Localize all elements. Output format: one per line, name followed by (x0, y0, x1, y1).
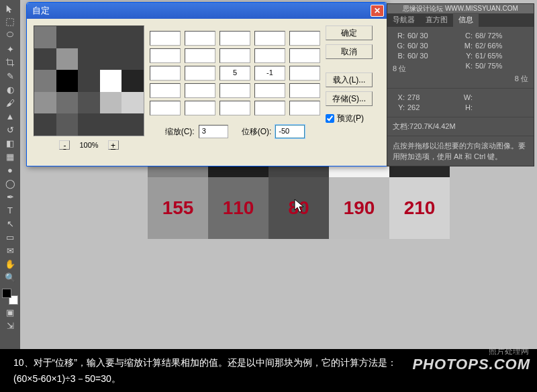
matrix-cell-8[interactable] (254, 48, 285, 63)
dodge-tool[interactable]: ◯ (3, 177, 17, 189)
info-x: 278 (407, 93, 460, 103)
svg-point-1 (7, 32, 13, 37)
eyedropper-tool[interactable]: ✎ (3, 70, 17, 82)
info-m: 62/ 66% (475, 41, 528, 51)
gradient-tool[interactable]: ▦ (3, 150, 17, 162)
eraser-tool[interactable]: ◧ (3, 137, 17, 149)
matrix-cell-15[interactable] (150, 83, 181, 98)
color-swatches[interactable] (2, 289, 18, 305)
grid-cell: 190 (329, 177, 389, 239)
panel-header: 思缘设计论坛 WWW.MISSYUAN.COM (387, 4, 534, 13)
zoom-level: 100% (79, 141, 98, 149)
matrix-cell-12[interactable]: 5 (219, 66, 250, 81)
matrix-cell-20[interactable] (150, 101, 181, 115)
info-g: 60/ 30 (407, 41, 460, 51)
dialog-title: 自定 (30, 5, 371, 17)
heal-tool[interactable]: ◐ (3, 83, 17, 95)
tab-navigator[interactable]: 导航器 (387, 13, 420, 27)
grid-cell: 110 (208, 177, 268, 239)
notes-tool[interactable]: ✉ (3, 244, 17, 256)
cancel-button[interactable]: 取消 (326, 44, 373, 59)
move-tool[interactable] (3, 3, 17, 15)
dialog-titlebar[interactable]: 自定 ✕ (27, 3, 387, 19)
preview-checkbox[interactable]: 预览(P) (326, 113, 373, 124)
info-b: 60/ 30 (407, 51, 460, 61)
grid-cell: 155 (148, 177, 208, 239)
save-button[interactable]: 存储(S)... (326, 91, 373, 106)
type-tool[interactable]: T (3, 204, 17, 216)
screenmode-toggle[interactable]: ⇲ (3, 320, 17, 332)
matrix-cell-9[interactable] (289, 48, 320, 63)
info-bit2: 8 位 (515, 74, 528, 84)
blur-tool[interactable]: ● (3, 164, 17, 176)
info-y2: 262 (407, 103, 460, 113)
info-help: 点按并拖移以沿想要的方向滚动图像。要用附加选项，使用 Alt 和 Ctrl 键。 (387, 136, 534, 166)
matrix-cell-5[interactable] (150, 48, 181, 63)
info-doc: 文档:720.7K/4.42M (387, 117, 534, 136)
info-bit1: 8 位 (393, 64, 406, 74)
crop-tool[interactable] (3, 56, 17, 68)
matrix-cell-3[interactable] (254, 31, 285, 46)
matrix-cell-7[interactable] (219, 48, 250, 63)
tools-toolbar: ✦ ✎ ◐ 🖌 ▲ ↺ ◧ ▦ ● ◯ ✒ T ↖ ▭ ✉ ✋ 🔍 ▣ ⇲ (0, 0, 20, 349)
zoom-tool[interactable]: 🔍 (3, 271, 17, 283)
info-w (475, 93, 528, 103)
matrix-cell-18[interactable] (254, 83, 285, 98)
convolution-matrix: 5-1 (150, 31, 320, 115)
filter-preview[interactable] (34, 26, 144, 136)
stamp-tool[interactable]: ▲ (3, 110, 17, 122)
grid-cell: 210 (389, 177, 450, 239)
grid-cell: 80 (268, 177, 329, 239)
matrix-cell-23[interactable] (254, 101, 285, 115)
matrix-cell-17[interactable] (219, 83, 250, 98)
matrix-cell-19[interactable] (289, 83, 320, 98)
offset-label: 位移(O): (242, 126, 272, 138)
matrix-cell-1[interactable] (185, 31, 215, 46)
matrix-cell-6[interactable] (185, 48, 215, 63)
pen-tool[interactable]: ✒ (3, 191, 17, 203)
custom-filter-dialog: 自定 ✕ - 100% + 5-1 缩放(C): 3 位移(O): -50 确定… (26, 2, 387, 166)
close-icon[interactable]: ✕ (371, 5, 384, 17)
shape-tool[interactable]: ▭ (3, 231, 17, 243)
wand-tool[interactable]: ✦ (3, 43, 17, 55)
matrix-cell-10[interactable] (150, 66, 181, 81)
tab-info[interactable]: 信息 (453, 13, 479, 27)
scale-input[interactable]: 3 (199, 125, 228, 138)
matrix-cell-2[interactable] (219, 31, 250, 46)
info-r: 60/ 30 (407, 31, 460, 41)
ok-button[interactable]: 确定 (326, 26, 373, 40)
info-k: 50/ 75% (475, 61, 528, 71)
hand-tool[interactable]: ✋ (3, 258, 17, 270)
matrix-cell-13[interactable]: -1 (254, 66, 285, 81)
brush-tool[interactable]: 🖌 (3, 97, 17, 109)
matrix-cell-24[interactable] (289, 101, 320, 115)
info-h (475, 103, 528, 113)
zoom-in-button[interactable]: + (108, 140, 119, 150)
load-button[interactable]: 载入(L)... (326, 72, 373, 87)
path-tool[interactable]: ↖ (3, 217, 17, 230)
matrix-cell-14[interactable] (289, 66, 320, 81)
matrix-cell-4[interactable] (289, 31, 320, 46)
scale-label: 缩放(C): (165, 126, 195, 138)
matrix-cell-22[interactable] (219, 101, 250, 115)
zoom-out-button[interactable]: - (59, 140, 70, 150)
watermark: PHOTOPS.COM (412, 356, 530, 373)
matrix-cell-0[interactable] (150, 31, 181, 46)
info-c: 68/ 72% (475, 31, 528, 41)
tab-histogram[interactable]: 直方图 (420, 13, 453, 27)
matrix-cell-16[interactable] (185, 83, 215, 98)
offset-input[interactable]: -50 (275, 125, 305, 138)
marquee-tool[interactable] (3, 16, 17, 28)
history-brush-tool[interactable]: ↺ (3, 124, 17, 136)
quickmask-toggle[interactable]: ▣ (3, 306, 17, 318)
lasso-tool[interactable] (3, 30, 17, 42)
matrix-cell-21[interactable] (185, 101, 215, 115)
info-panel: 思缘设计论坛 WWW.MISSYUAN.COM 导航器 直方图 信息 R:60/… (387, 3, 534, 166)
svg-rect-0 (7, 19, 14, 26)
info-y: 61/ 65% (475, 51, 528, 61)
matrix-cell-11[interactable] (185, 66, 215, 81)
